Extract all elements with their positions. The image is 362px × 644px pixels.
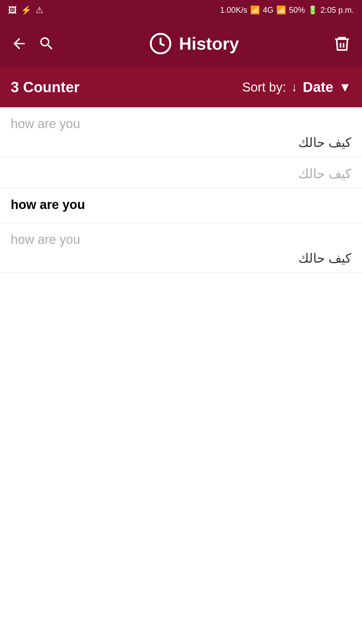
battery-icon: 🔋	[308, 5, 318, 15]
time-display: 2:05 p.m.	[320, 5, 354, 15]
image-icon: 🖼	[8, 5, 17, 15]
list-item[interactable]: كيف حالك	[0, 157, 362, 188]
battery-level: 50%	[289, 5, 305, 15]
sort-bar: 3 Counter Sort by: ↓ Date ▼	[0, 67, 362, 107]
sort-by-label: Sort by:	[242, 80, 286, 95]
delete-button[interactable]	[333, 35, 351, 53]
source-text: how are you	[11, 198, 351, 212]
list-item[interactable]: how are you كيف حالك	[0, 107, 362, 157]
search-button[interactable]	[38, 35, 55, 52]
history-list: how are you كيف حالك كيف حالك how are yo…	[0, 107, 362, 644]
translated-text: كيف حالك	[11, 166, 351, 181]
source-text: how are you	[11, 117, 351, 131]
usb-icon: ⚡	[21, 5, 32, 15]
app-bar: History	[0, 20, 362, 67]
page-title: History	[179, 34, 239, 54]
connection-type: 4G	[263, 5, 274, 15]
status-bar-left: 🖼 ⚡ ⚠	[8, 5, 43, 15]
app-bar-center: History	[55, 32, 333, 55]
app-bar-left	[11, 35, 55, 52]
sort-dropdown-icon[interactable]: ▼	[339, 80, 351, 95]
sort-direction-icon: ↓	[291, 80, 297, 94]
translated-text: كيف حالك	[11, 135, 351, 150]
list-item[interactable]: how are you كيف حالك	[0, 223, 362, 273]
counter-label: 3 Counter	[11, 79, 79, 96]
network-speed: 1.00K/s	[220, 5, 247, 15]
clock-icon	[149, 32, 172, 55]
sort-field-label: Date	[303, 79, 333, 95]
back-button[interactable]	[11, 35, 27, 52]
signal-icon: 📶	[276, 5, 286, 15]
status-bar-right: 1.00K/s 📶 4G 📶 50% 🔋 2:05 p.m.	[220, 5, 354, 15]
sort-controls[interactable]: Sort by: ↓ Date ▼	[242, 79, 351, 95]
source-text: how are you	[11, 232, 351, 247]
warning-icon: ⚠	[36, 5, 43, 15]
list-item[interactable]: how are you	[0, 188, 362, 223]
wifi-icon: 📶	[250, 5, 260, 15]
translated-text: كيف حالك	[11, 251, 351, 266]
status-bar: 🖼 ⚡ ⚠ 1.00K/s 📶 4G 📶 50% 🔋 2:05 p.m.	[0, 0, 362, 20]
